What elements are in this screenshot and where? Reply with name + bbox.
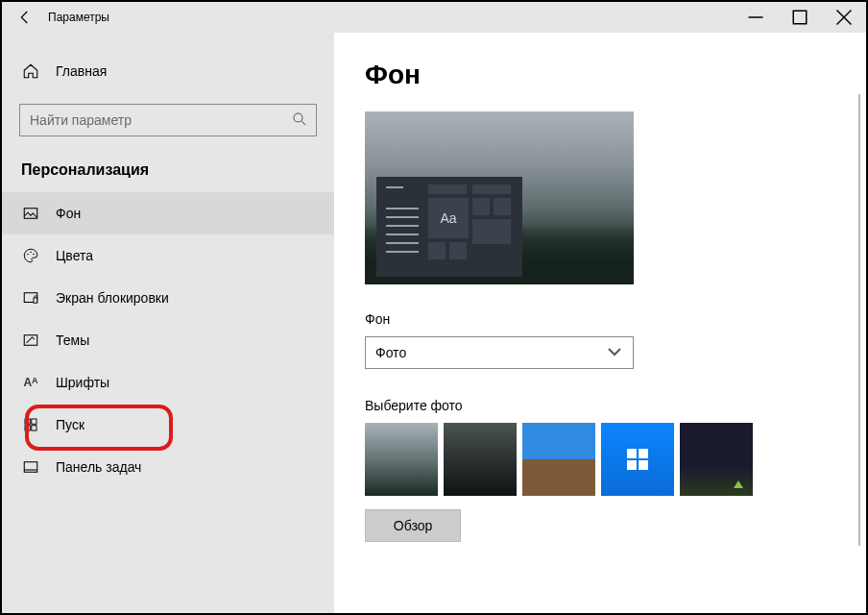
svg-point-9	[33, 254, 35, 256]
sidebar-item-label: Шрифты	[56, 375, 109, 390]
taskbar-icon	[21, 458, 40, 476]
minimize-icon	[747, 9, 764, 26]
svg-rect-13	[25, 419, 30, 424]
search-icon	[283, 111, 316, 131]
page-heading: Фон	[365, 60, 828, 90]
sidebar-item-lockscreen[interactable]: Экран блокировки	[2, 277, 334, 319]
sidebar-home-label: Главная	[56, 63, 107, 79]
maximize-button[interactable]	[778, 2, 822, 33]
background-type-select[interactable]: Фото	[365, 336, 634, 369]
sidebar-item-background[interactable]: Фон	[2, 192, 334, 234]
svg-rect-16	[32, 426, 36, 430]
colors-icon	[21, 247, 40, 264]
sidebar-section-header: Персонализация	[2, 144, 334, 192]
preview-mock-start: Aa	[376, 177, 522, 277]
close-button[interactable]	[822, 2, 866, 33]
sidebar-item-label: Фон	[56, 206, 81, 221]
photo-thumbnails	[365, 423, 828, 496]
window-title: Параметры	[48, 11, 109, 24]
photo-thumb-5[interactable]	[680, 423, 753, 496]
arrow-left-icon	[16, 9, 34, 26]
lock-screen-icon	[21, 289, 40, 307]
sidebar-item-label: Панель задач	[56, 459, 141, 475]
sidebar-item-label: Пуск	[56, 417, 84, 432]
background-icon	[21, 205, 40, 222]
select-value: Фото	[375, 345, 406, 360]
search-box[interactable]	[19, 104, 317, 136]
svg-point-8	[30, 252, 32, 254]
svg-rect-15	[25, 426, 30, 430]
svg-rect-14	[32, 419, 36, 424]
content-scrollbar[interactable]	[858, 94, 860, 546]
background-type-label: Фон	[365, 311, 828, 327]
svg-rect-1	[793, 11, 807, 24]
search-input[interactable]	[20, 112, 283, 128]
svg-point-7	[27, 254, 29, 256]
browse-button-label: Обзор	[394, 518, 432, 533]
sidebar-item-start[interactable]: Пуск	[2, 404, 334, 446]
desktop-preview: Aa	[365, 111, 634, 284]
close-icon	[835, 9, 853, 26]
svg-rect-6	[24, 209, 37, 219]
window-controls	[734, 2, 866, 33]
preview-aa-tile: Aa	[428, 198, 469, 238]
photo-thumb-1[interactable]	[365, 423, 438, 496]
sidebar-item-themes[interactable]: Темы	[2, 319, 334, 361]
sidebar-home[interactable]: Главная	[2, 50, 334, 92]
choose-photo-label: Выберите фото	[365, 398, 828, 413]
svg-point-4	[294, 113, 302, 122]
start-icon	[21, 416, 40, 433]
chevron-down-icon	[606, 343, 623, 362]
fonts-icon: AA	[21, 376, 40, 389]
sidebar-item-fonts[interactable]: AA Шрифты	[2, 361, 334, 404]
sidebar-item-taskbar[interactable]: Панель задач	[2, 446, 334, 488]
sidebar-item-label: Цвета	[56, 248, 93, 263]
sidebar-item-label: Темы	[56, 332, 89, 348]
svg-line-5	[301, 121, 305, 125]
content-area: Фон Aa	[334, 33, 866, 613]
minimize-button[interactable]	[734, 2, 778, 33]
home-icon	[21, 62, 40, 80]
photo-thumb-3[interactable]	[522, 423, 595, 496]
sidebar-item-colors[interactable]: Цвета	[2, 234, 334, 277]
sidebar-item-label: Экран блокировки	[56, 290, 169, 306]
themes-icon	[21, 332, 40, 349]
titlebar: Параметры	[2, 2, 866, 33]
sidebar: Главная Персонализация Фон Цвета Э	[2, 33, 334, 613]
svg-rect-17	[24, 462, 37, 473]
maximize-icon	[791, 9, 808, 26]
browse-button[interactable]: Обзор	[365, 509, 461, 542]
svg-rect-11	[34, 298, 37, 303]
photo-thumb-4[interactable]	[601, 423, 674, 496]
photo-thumb-2[interactable]	[444, 423, 517, 496]
back-button[interactable]	[2, 2, 48, 33]
svg-rect-12	[24, 335, 37, 346]
